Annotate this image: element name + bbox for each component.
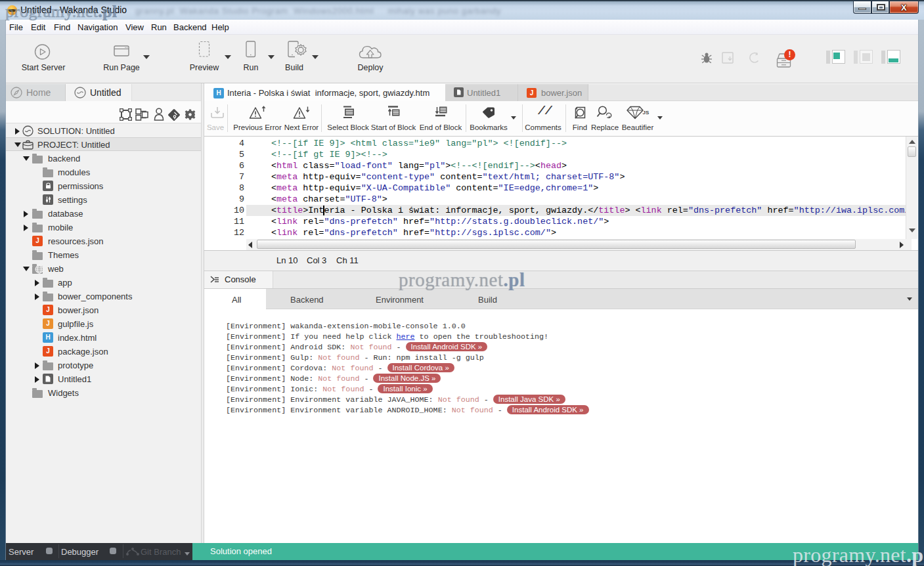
svg-text:JS: JS xyxy=(643,110,649,116)
